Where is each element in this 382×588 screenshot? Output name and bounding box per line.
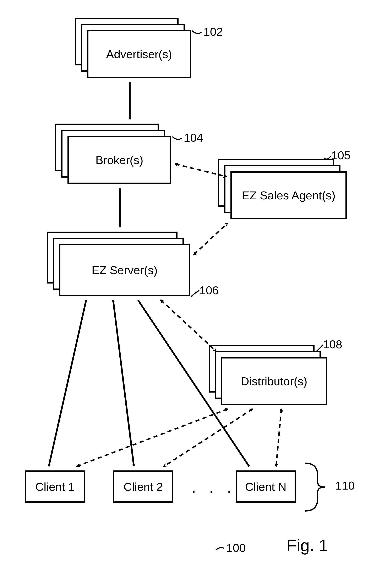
- figure-ref: 100: [226, 541, 246, 555]
- broker-ref: 104: [184, 131, 203, 144]
- client2-label: Client 2: [114, 480, 172, 493]
- svg-line-5: [49, 300, 86, 466]
- svg-line-10: [276, 409, 281, 466]
- broker-stack: Broker(s): [55, 124, 171, 184]
- client1-label: Client 1: [26, 480, 84, 493]
- svg-line-3: [194, 223, 227, 254]
- salesagent-ref: 105: [331, 148, 350, 162]
- advertiser-stack: Advertiser(s): [75, 18, 191, 78]
- distributor-ref: 108: [323, 337, 342, 351]
- client1-box: Client 1: [25, 470, 85, 503]
- client2-box: Client 2: [113, 470, 173, 503]
- svg-line-6: [113, 300, 134, 466]
- server-label: EZ Server(s): [60, 263, 189, 277]
- salesagent-label: EZ Sales Agent(s): [232, 189, 345, 202]
- distributor-label: Distributor(s): [222, 375, 326, 388]
- diagram-canvas: Advertiser(s) 102 Broker(s) 104 EZ Sales…: [0, 0, 382, 588]
- svg-line-4: [161, 300, 216, 351]
- svg-line-9: [164, 409, 252, 466]
- distributor-stack: Distributor(s): [209, 345, 327, 405]
- clients-ref: 110: [335, 479, 355, 492]
- advertiser-label: Advertiser(s): [88, 47, 190, 61]
- clientN-box: Client N: [236, 470, 296, 503]
- server-stack: EZ Server(s): [47, 231, 190, 296]
- broker-label: Broker(s): [69, 153, 170, 167]
- advertiser-ref: 102: [203, 25, 223, 39]
- svg-line-8: [77, 409, 227, 466]
- salesagent-stack: EZ Sales Agent(s): [218, 159, 347, 219]
- clients-ellipsis: . . .: [191, 476, 236, 497]
- figure-label: Fig. 1: [286, 536, 328, 555]
- clientN-label: Client N: [237, 480, 295, 493]
- server-ref: 106: [199, 284, 219, 297]
